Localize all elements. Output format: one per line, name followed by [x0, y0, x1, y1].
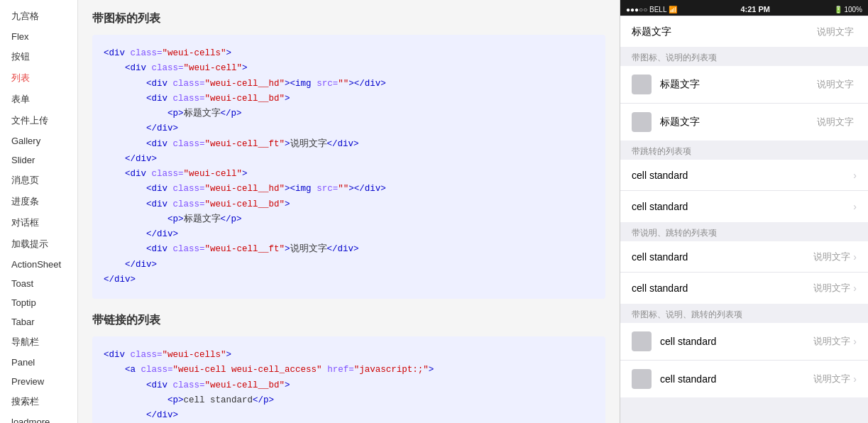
- cell-title: 标题文字: [660, 116, 817, 128]
- list-cell[interactable]: cell standard 说明文字 ›: [620, 361, 868, 397]
- cell-detail: 说明文字: [813, 282, 850, 295]
- sidebar-item-Flex[interactable]: Flex: [0, 27, 77, 46]
- sidebar-item-Panel[interactable]: Panel: [0, 353, 77, 372]
- sidebar-item-Slider[interactable]: Slider: [0, 150, 77, 170]
- list-cell[interactable]: cell standard 说明文字 ›: [620, 241, 868, 273]
- section2-code: <div class="weui-cells"> <a class="weui-…: [92, 336, 605, 423]
- sidebar-item-loadmore[interactable]: loadmore: [0, 412, 77, 423]
- list-group-chevron: cell standard › cell standard ›: [620, 160, 868, 222]
- cell-title: cell standard: [660, 336, 813, 347]
- cell-icon: [632, 331, 652, 351]
- main-content: 带图标的列表 <div class="weui-cells"> <div cla…: [78, 0, 620, 423]
- section2-title: 带链接的列表: [92, 313, 605, 328]
- sidebar-item-ActionSheet[interactable]: ActionSheet: [0, 255, 77, 274]
- cell-icon: [632, 369, 652, 389]
- cell-title: 标题文字: [632, 26, 817, 38]
- phone-time: 4:21 PM: [740, 5, 770, 13]
- list-group-detail-chevron: cell standard 说明文字 › cell standard 说明文字 …: [620, 241, 868, 304]
- list-cell[interactable]: cell standard 说明文字 ›: [620, 323, 868, 361]
- section1-title: 带图标的列表: [92, 11, 605, 26]
- cell-detail: 说明文字: [817, 26, 854, 38]
- sidebar-item-九宫格[interactable]: 九宫格: [0, 6, 77, 27]
- sidebar-item-加载提示[interactable]: 加载提示: [0, 234, 77, 255]
- sidebar-item-表单[interactable]: 表单: [0, 89, 77, 110]
- sidebar-item-Toptip[interactable]: Toptip: [0, 293, 77, 312]
- sidebar-item-进度条[interactable]: 进度条: [0, 191, 77, 212]
- sidebar-item-Preview[interactable]: Preview: [0, 372, 77, 391]
- list-cell[interactable]: cell standard 说明文字 ›: [620, 273, 868, 304]
- cell-detail: 说明文字: [817, 78, 854, 91]
- cell-title: cell standard: [632, 170, 853, 181]
- phone-mockup: ●●●○○ BELL 📶 4:21 PM 🔋 100% 标题文字 说明文字 带图…: [620, 0, 868, 423]
- cell-title: cell standard: [660, 373, 813, 385]
- sidebar-item-文件上传[interactable]: 文件上传: [0, 110, 77, 131]
- list-cell: 标题文字 说明文字: [620, 16, 868, 47]
- list-cell: 标题文字 说明文字: [620, 104, 868, 141]
- phone-content: 标题文字 说明文字 带图标、说明的列表项 标题文字 说明文字 标题文字 说明文字…: [620, 16, 868, 423]
- list-group-plain: 标题文字 说明文字: [620, 16, 868, 47]
- phone-status-bar: ●●●○○ BELL 📶 4:21 PM 🔋 100%: [620, 0, 868, 16]
- phone-signal: ●●●○○ BELL 📶: [626, 6, 677, 13]
- list-section-header-2: 带跳转的列表项: [620, 141, 868, 160]
- list-cell: 标题文字 说明文字: [620, 66, 868, 104]
- section1: 带图标的列表 <div class="weui-cells"> <div cla…: [92, 11, 605, 299]
- list-section-header-1: 带图标、说明的列表项: [620, 47, 868, 66]
- list-section-header-4: 带图标、说明、跳转的列表项: [620, 304, 868, 323]
- list-cell[interactable]: cell standard ›: [620, 160, 868, 191]
- cell-icon: [632, 112, 652, 132]
- sidebar: 九宫格Flex按钮列表表单文件上传GallerySlider消息页进度条对话框加…: [0, 0, 78, 423]
- chevron-icon: ›: [853, 373, 857, 385]
- cell-detail: 说明文字: [813, 251, 850, 263]
- chevron-icon: ›: [853, 201, 857, 212]
- chevron-icon: ›: [853, 282, 857, 294]
- list-section-header-3: 带说明、跳转的列表项: [620, 222, 868, 241]
- cell-icon: [632, 75, 652, 94]
- chevron-icon: ›: [853, 170, 857, 181]
- cell-title: 标题文字: [660, 78, 817, 91]
- sidebar-item-Tabar[interactable]: Tabar: [0, 312, 77, 331]
- sidebar-item-列表[interactable]: 列表: [0, 67, 77, 89]
- cell-title: cell standard: [632, 282, 813, 294]
- list-cell[interactable]: cell standard ›: [620, 191, 868, 222]
- sidebar-item-Toast[interactable]: Toast: [0, 274, 77, 293]
- section1-code: <div class="weui-cells"> <div class="weu…: [92, 35, 605, 299]
- cell-detail: 说明文字: [813, 335, 850, 348]
- sidebar-item-按钮[interactable]: 按钮: [0, 46, 77, 67]
- sidebar-item-导航栏[interactable]: 导航栏: [0, 331, 77, 353]
- cell-detail: 说明文字: [817, 116, 854, 128]
- chevron-icon: ›: [853, 336, 857, 347]
- chevron-icon: ›: [853, 251, 857, 263]
- list-group-icon: 标题文字 说明文字 标题文字 说明文字: [620, 66, 868, 141]
- cell-detail: 说明文字: [813, 373, 850, 385]
- sidebar-item-Gallery[interactable]: Gallery: [0, 131, 77, 150]
- sidebar-item-消息页[interactable]: 消息页: [0, 170, 77, 191]
- section2: 带链接的列表 <div class="weui-cells"> <a class…: [92, 313, 605, 423]
- sidebar-item-对话框[interactable]: 对话框: [0, 212, 77, 234]
- sidebar-item-搜索栏[interactable]: 搜索栏: [0, 391, 77, 412]
- phone-battery: 🔋 100%: [834, 6, 862, 13]
- cell-title: cell standard: [632, 251, 813, 263]
- cell-title: cell standard: [632, 201, 853, 212]
- list-group-all: cell standard 说明文字 › cell standard 说明文字 …: [620, 323, 868, 397]
